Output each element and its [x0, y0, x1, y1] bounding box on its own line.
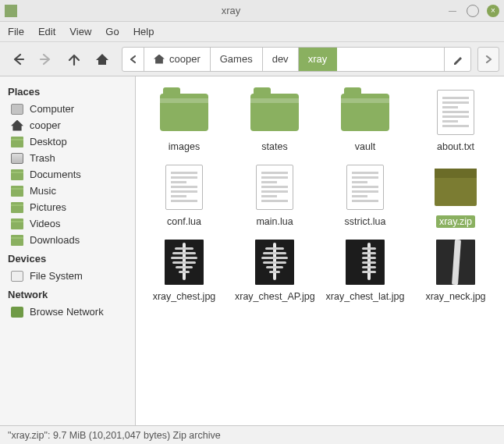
maximize-button[interactable] — [467, 5, 479, 17]
breadcrumb-label: Games — [220, 53, 253, 65]
file-label: conf.lua — [164, 215, 204, 228]
sidebar-item-label: Browse Network — [30, 306, 104, 318]
sidebar-item-label: Trash — [30, 152, 55, 164]
breadcrumb-label: dev — [272, 53, 289, 65]
sidebar-item-documents[interactable]: Documents — [0, 166, 135, 183]
menu-go[interactable]: Go — [105, 26, 119, 37]
chevron-left-icon — [129, 55, 138, 64]
sidebar-item-label: Downloads — [30, 234, 80, 246]
file-item[interactable]: vault — [320, 84, 410, 153]
folder-icon — [11, 186, 23, 197]
window-title: xray — [23, 5, 438, 16]
file-label: vault — [352, 140, 378, 153]
file-label: states — [258, 140, 290, 153]
menu-help[interactable]: Help — [133, 26, 154, 37]
sidebar-item-label: File System — [30, 270, 83, 282]
file-item[interactable]: states — [229, 84, 320, 153]
folder-icon — [250, 94, 299, 131]
menu-view[interactable]: View — [69, 26, 91, 37]
file-icon-view[interactable]: imagesstatesvaultabout.txtconf.luamain.l… — [136, 76, 504, 425]
sidebar: Places ComputercooperDesktopTrashDocumen… — [0, 76, 136, 425]
menubar: File Edit View Go Help — [0, 22, 504, 42]
sidebar-item-label: Music — [30, 185, 56, 197]
breadcrumb-home[interactable]: cooper — [144, 48, 211, 71]
sidebar-header-network: Network — [0, 284, 135, 304]
forward-button[interactable] — [33, 46, 59, 73]
minimize-button[interactable]: — — [446, 5, 459, 17]
arrow-up-icon — [67, 52, 81, 66]
sidebar-item-cooper[interactable]: cooper — [0, 117, 135, 133]
trash-icon — [11, 153, 23, 164]
file-label: sstrict.lua — [342, 215, 389, 228]
breadcrumb-games[interactable]: Games — [211, 48, 263, 71]
breadcrumb-xray[interactable]: xray — [299, 48, 338, 71]
file-label: xray_chest_AP.jpg — [232, 290, 318, 303]
sidebar-item-browse-network[interactable]: Browse Network — [0, 304, 135, 320]
toolbar: cooper Games dev xray — [0, 42, 504, 76]
breadcrumb-label: xray — [308, 53, 328, 65]
disk-icon — [11, 271, 23, 282]
file-label: images — [165, 140, 203, 153]
titlebar: xray — × — [0, 0, 504, 22]
xray-image-icon — [165, 240, 204, 285]
text-file-icon — [256, 165, 293, 210]
toolbar-overflow-button[interactable] — [477, 47, 499, 72]
home-icon — [11, 120, 23, 131]
file-item[interactable]: images — [139, 84, 229, 153]
file-item[interactable]: xray_chest_lat.jpg — [320, 234, 410, 303]
file-item[interactable]: xray_chest_AP.jpg — [229, 234, 320, 303]
file-label: main.lua — [253, 215, 296, 228]
pencil-icon — [453, 54, 463, 65]
folder-icon — [11, 137, 23, 147]
file-item[interactable]: about.txt — [410, 84, 501, 153]
file-item[interactable]: xray_neck.jpg — [410, 234, 501, 303]
sidebar-item-trash[interactable]: Trash — [0, 150, 135, 166]
file-item[interactable]: sstrict.lua — [320, 159, 410, 228]
back-button[interactable] — [5, 46, 31, 73]
home-icon — [154, 55, 165, 64]
sidebar-item-file-system[interactable]: File System — [0, 268, 135, 284]
file-label: xray.zip — [436, 215, 475, 228]
folder-icon — [11, 169, 23, 180]
pathbar: cooper Games dev xray — [122, 47, 471, 72]
net-icon — [11, 307, 23, 318]
folder-icon — [160, 94, 208, 131]
sidebar-item-label: Videos — [30, 218, 61, 229]
up-button[interactable] — [61, 46, 87, 73]
computer-icon — [11, 104, 23, 115]
breadcrumb-dev[interactable]: dev — [263, 48, 299, 71]
xray-image-icon — [255, 240, 294, 285]
sidebar-item-videos[interactable]: Videos — [0, 215, 135, 232]
status-text: "xray.zip": 9.7 MiB (10,201,047 bytes) Z… — [8, 430, 221, 441]
sidebar-item-pictures[interactable]: Pictures — [0, 199, 135, 215]
file-item[interactable]: xray_chest.jpg — [139, 234, 229, 303]
folder-icon — [11, 218, 23, 229]
file-item[interactable]: main.lua — [229, 159, 320, 228]
sidebar-item-label: cooper — [30, 119, 61, 131]
path-toggle-button[interactable] — [122, 48, 144, 71]
sidebar-item-desktop[interactable]: Desktop — [0, 133, 135, 150]
arrow-right-icon — [39, 52, 53, 66]
text-file-icon — [437, 90, 474, 135]
text-file-icon — [165, 165, 203, 210]
menu-edit[interactable]: Edit — [38, 26, 55, 37]
sidebar-item-label: Pictures — [30, 201, 66, 213]
file-item[interactable]: xray.zip — [410, 159, 501, 228]
menu-file[interactable]: File — [8, 26, 24, 37]
home-button[interactable] — [89, 46, 115, 73]
close-button[interactable]: × — [487, 5, 499, 17]
edit-path-button[interactable] — [444, 48, 470, 71]
file-label: xray_chest.jpg — [150, 290, 219, 303]
file-item[interactable]: conf.lua — [139, 159, 229, 228]
sidebar-item-label: Documents — [30, 169, 81, 180]
statusbar: "xray.zip": 9.7 MiB (10,201,047 bytes) Z… — [0, 425, 504, 444]
sidebar-item-downloads[interactable]: Downloads — [0, 232, 135, 248]
breadcrumb-label: cooper — [169, 53, 201, 65]
sidebar-item-computer[interactable]: Computer — [0, 101, 135, 117]
folder-icon — [11, 235, 23, 246]
arrow-left-icon — [11, 52, 25, 66]
file-label: about.txt — [434, 140, 477, 153]
sidebar-item-music[interactable]: Music — [0, 183, 135, 199]
folder-icon — [341, 94, 389, 131]
sidebar-item-label: Computer — [30, 103, 74, 115]
